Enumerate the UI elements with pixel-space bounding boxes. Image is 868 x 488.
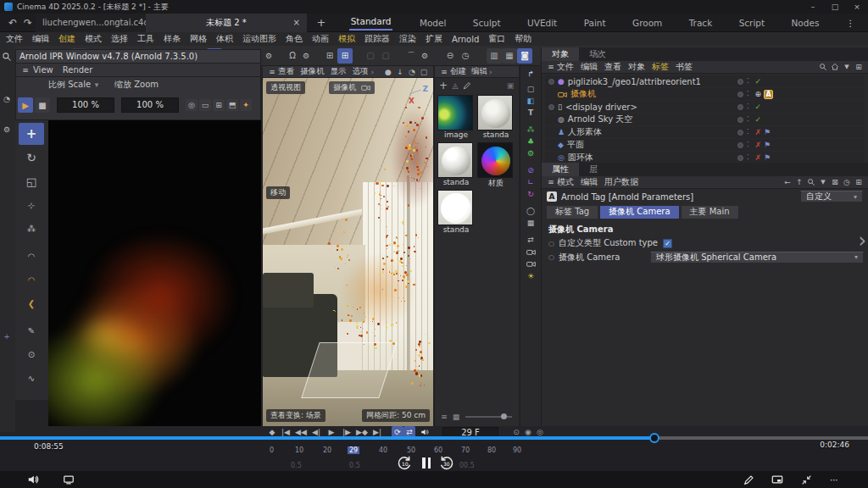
search-icon[interactable] — [1, 51, 13, 63]
tag-tab-tag[interactable]: 标签 Tag — [547, 206, 598, 219]
arnold-tag-badge[interactable]: A — [764, 90, 773, 99]
light-object-icon[interactable]: ☀ — [525, 270, 537, 282]
viewport-maximize-icon[interactable]: ▢ — [418, 66, 430, 78]
menu-spline[interactable]: 样条 — [164, 33, 181, 45]
more-options-icon[interactable]: ⋯ — [827, 472, 843, 487]
viewport-download-icon[interactable]: ↓ — [394, 66, 406, 78]
camera-object-icon[interactable] — [525, 246, 537, 258]
remove-icon[interactable]: ⊖ — [442, 48, 458, 64]
material-view-list-icon[interactable]: ≡ — [438, 411, 450, 423]
brush-arc-tool-icon[interactable]: ◠ — [19, 245, 44, 267]
redo-icon[interactable]: ↷ — [20, 15, 36, 30]
menu-edit[interactable]: 编辑 — [32, 33, 49, 45]
dynamics-swirl-icon[interactable]: ↻ — [525, 188, 537, 200]
history-clock-icon[interactable]: ◷ — [458, 48, 473, 64]
material-brush-icon[interactable]: ◬ — [449, 80, 461, 92]
forward-30-button[interactable]: 30 — [439, 455, 456, 470]
material-view-grid-icon[interactable]: ▦ — [450, 411, 462, 423]
ipr-stop-button[interactable]: ■ — [35, 97, 50, 113]
ipr-snapshot-icon[interactable]: ◎ — [186, 99, 198, 111]
ipr-aov-icon[interactable]: ▭ — [199, 99, 211, 111]
pause-button[interactable] — [422, 458, 431, 469]
tab-perspective-view[interactable]: 透视视图 — [266, 81, 305, 94]
menu-select[interactable]: 选择 — [111, 33, 128, 45]
ipr-play-button[interactable]: ▶ — [18, 97, 33, 113]
viewport-menu-camera[interactable]: 摄像机 — [300, 66, 325, 77]
ipr-bucket-icon[interactable]: ✦ — [240, 99, 252, 111]
smear-brush-tool-icon[interactable]: ◠ — [19, 269, 44, 291]
menu-mesh[interactable]: 网格 — [190, 33, 207, 45]
player-progress-handle[interactable] — [649, 433, 659, 443]
axis-settings-gear-icon[interactable]: ⚙ — [263, 50, 275, 62]
scale-tool-icon[interactable]: ◱ — [19, 170, 44, 192]
menu-mograph[interactable]: 运动图形 — [242, 33, 276, 45]
am-menu-mode[interactable]: 模式 — [557, 176, 574, 188]
rewind-10-button[interactable]: 10 — [397, 455, 414, 470]
am-back-icon[interactable]: ← — [782, 176, 793, 188]
ipr-menu-render[interactable]: Render — [63, 65, 93, 75]
viewport-shading-icon[interactable]: ● — [382, 66, 394, 78]
om-menu-objects[interactable]: 对象 — [628, 61, 645, 73]
om-search-icon[interactable] — [817, 61, 829, 73]
snap-grid-icon[interactable]: ⊞ — [337, 48, 353, 64]
effector-gear-icon[interactable]: ⚙ — [525, 147, 537, 159]
exit-fullscreen-icon[interactable] — [798, 472, 814, 487]
menu-character[interactable]: 角色 — [286, 33, 303, 45]
material-thumb-standard2[interactable] — [477, 95, 513, 130]
material-thumb-standard3[interactable] — [437, 190, 473, 225]
layout-model[interactable]: Model — [420, 18, 447, 28]
am-lock-icon[interactable]: ⊠ — [829, 176, 841, 188]
play-circle-icon[interactable]: ◔ — [1, 93, 13, 105]
am-menu-edit[interactable]: 编辑 — [581, 176, 598, 188]
layout-standard[interactable]: Standard — [349, 14, 393, 30]
tab-objects[interactable]: 对象 — [542, 47, 579, 61]
menu-simulate[interactable]: 模拟 — [338, 33, 355, 45]
expand-dot[interactable] — [548, 79, 554, 85]
viewport-menu-more-icon[interactable]: › — [371, 67, 375, 76]
menu-animate[interactable]: 动画 — [312, 33, 329, 45]
doc-tab-active[interactable]: 未标题 2 * × — [146, 14, 307, 32]
render-picture-icon[interactable]: ▦ — [502, 48, 517, 64]
plane-primitive-icon[interactable]: ▢ — [525, 83, 537, 95]
material-filter-icon[interactable]: ▣ — [504, 80, 516, 92]
text-object-icon[interactable]: T — [525, 107, 537, 119]
stage-clapper-icon[interactable]: ▦ — [525, 217, 537, 229]
select-move-tool-icon[interactable]: ⊹ — [19, 194, 44, 216]
current-frame-marker[interactable]: 29 — [348, 446, 359, 454]
maximize-button[interactable]: □ — [824, 1, 846, 13]
layout-track[interactable]: Track — [689, 18, 712, 28]
magnet-icon[interactable]: ⌒ — [403, 48, 419, 64]
om-home-icon[interactable] — [829, 61, 841, 73]
spline-tool-icon[interactable]: ∿ — [19, 367, 44, 389]
settings-gear-icon[interactable]: ⚙ — [1, 124, 13, 136]
preset-dropdown[interactable]: 自定义▾ — [800, 191, 863, 202]
dot-pen-tool-icon[interactable]: ⊙ — [19, 343, 44, 365]
viewport-menu-view[interactable]: 查看 — [278, 66, 294, 77]
am-filter-icon[interactable]: ▼ — [817, 176, 829, 188]
render-view-icon[interactable]: ▥ — [487, 48, 502, 64]
camera-target-icon[interactable] — [525, 258, 537, 270]
material-thumb-standard1[interactable] — [437, 142, 473, 178]
cloner-icon[interactable]: ⁂ — [525, 124, 537, 136]
am-menu-userdata[interactable]: 用户数据 — [604, 176, 638, 188]
material-thumb-colorful[interactable] — [477, 142, 513, 178]
tag-tab-main[interactable]: 主要 Main — [682, 206, 738, 219]
ipr-render-area[interactable] — [48, 120, 261, 426]
object-row[interactable]: 摄像机 ··⊕A — [545, 88, 865, 100]
om-menu-tags[interactable]: 标签 — [652, 61, 669, 73]
am-history-icon[interactable]: ◷ — [841, 176, 853, 188]
menu-create[interactable]: 创建 — [58, 33, 75, 45]
camera-type-dropdown[interactable]: 球形摄像机 Spherical Camera▾ — [650, 252, 864, 263]
tag-tab-camera[interactable]: 摄像机 Camera — [600, 206, 678, 219]
menu-mode[interactable]: 模式 — [85, 33, 102, 45]
annotate-pencil-icon[interactable] — [741, 472, 756, 487]
ipr-menu-icon[interactable]: ≡ — [19, 64, 31, 76]
material-thumb-image[interactable] — [437, 95, 473, 130]
object-row[interactable]: ▯ <display driver> ··✓ — [545, 101, 865, 113]
om-filter-icon[interactable]: ▼ — [841, 61, 853, 73]
am-menu-icon[interactable]: ≡ — [545, 176, 557, 188]
tab-attributes[interactable]: 属性 — [542, 163, 579, 176]
material-menu-more-icon[interactable]: › — [489, 67, 492, 76]
material-pencil-icon[interactable] — [461, 80, 473, 92]
tab-camera-view[interactable]: 摄像机 — [329, 81, 375, 94]
